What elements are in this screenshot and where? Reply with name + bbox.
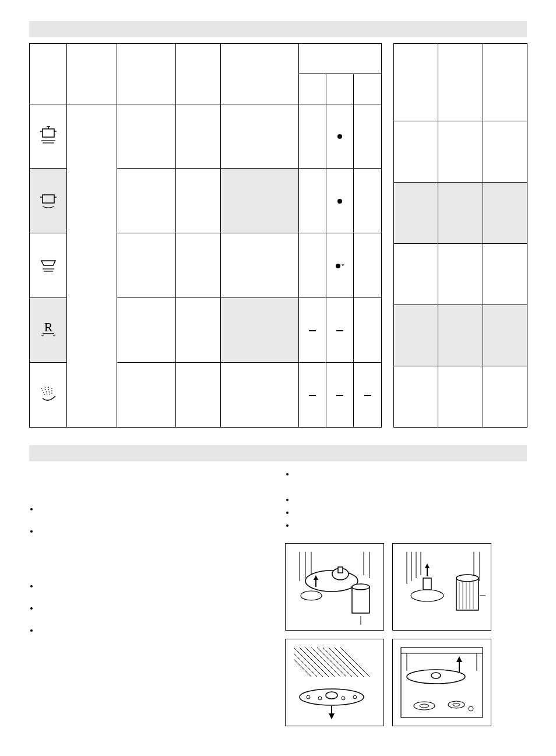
- list-item: [38, 527, 271, 535]
- row4-d2: [326, 298, 354, 363]
- hdr-det: [298, 44, 381, 74]
- side-r3c: [483, 244, 527, 305]
- row3-c4: [221, 233, 298, 298]
- svg-rect-25: [338, 567, 343, 573]
- pot-normal-icon: [37, 188, 60, 211]
- consumption-table: [393, 43, 527, 428]
- svg-rect-29: [352, 587, 370, 613]
- row5-d1: [298, 363, 326, 428]
- row4-d3: [354, 298, 382, 363]
- svg-rect-42: [456, 578, 478, 610]
- left-bullet-list: [29, 505, 271, 634]
- side-r1a: [394, 121, 438, 183]
- row2-c2: [117, 169, 175, 233]
- row2-c4: [221, 169, 298, 233]
- row4-d1: [298, 298, 326, 363]
- side-r2b: [438, 183, 483, 244]
- svg-point-23: [305, 570, 358, 592]
- svg-line-16: [48, 387, 50, 395]
- row4-c4: [221, 298, 298, 363]
- row-icon: [30, 233, 67, 298]
- row-icon: R: [30, 298, 67, 363]
- row4-c2: [117, 298, 175, 363]
- spray-icon: [37, 382, 60, 405]
- row5-c3: [175, 363, 220, 428]
- section-title-bar-1: [29, 21, 527, 37]
- row1-c4: [221, 104, 298, 169]
- hdr-c3: [175, 44, 220, 104]
- right-bullet-list: [285, 470, 527, 529]
- row-icon: [30, 363, 67, 428]
- list-item: [294, 521, 527, 529]
- row1-d3: [354, 104, 382, 169]
- row-icon: [30, 169, 67, 233]
- svg-point-26: [301, 591, 322, 600]
- row2-c3: [175, 169, 220, 233]
- row5-c4: [221, 363, 298, 428]
- side-r2c: [483, 183, 527, 244]
- svg-line-52: [305, 648, 335, 677]
- sub-d1: [298, 74, 326, 104]
- side-r5c: [483, 366, 527, 428]
- svg-point-38: [411, 590, 444, 601]
- side-r4a: [394, 305, 438, 366]
- list-item: [38, 582, 271, 590]
- svg-point-74: [431, 673, 441, 678]
- svg-point-81: [469, 706, 473, 711]
- plates-icon: [37, 253, 60, 276]
- svg-rect-39: [423, 578, 431, 590]
- row3-d1: [298, 233, 326, 298]
- side-r5a: [394, 366, 438, 428]
- row3-c2: [117, 233, 175, 298]
- row-icon: [30, 104, 67, 169]
- side-r1b: [438, 121, 483, 183]
- row5-d3: [354, 363, 382, 428]
- svg-rect-0: [43, 129, 54, 137]
- svg-point-78: [420, 704, 429, 708]
- list-item: [38, 604, 271, 612]
- row3-d2: *: [326, 233, 354, 298]
- side-r5b: [438, 366, 483, 428]
- svg-line-50: [294, 648, 323, 677]
- svg-line-59: [294, 653, 317, 677]
- hdr-c2: [117, 44, 175, 104]
- row1-d1: [298, 104, 326, 169]
- figure-filter-1: [285, 543, 384, 631]
- svg-line-55: [323, 648, 352, 677]
- side-r4c: [483, 305, 527, 366]
- program-table: * R: [29, 43, 382, 428]
- row3-d3: [354, 233, 382, 298]
- row1-c2: [117, 104, 175, 169]
- right-column: [285, 467, 527, 726]
- svg-marker-76: [456, 656, 462, 662]
- section-title-bar-2: [29, 445, 527, 461]
- svg-rect-7: [43, 195, 54, 203]
- svg-line-58: [340, 648, 370, 677]
- row1-c3: [175, 104, 220, 169]
- list-item: [294, 470, 527, 478]
- side-h3: [483, 44, 527, 121]
- rinse-r-icon: R: [37, 317, 60, 341]
- row2-d3: [354, 169, 382, 233]
- svg-line-57: [335, 648, 364, 677]
- svg-line-54: [317, 648, 346, 677]
- row2-d2: [326, 169, 354, 233]
- svg-line-56: [329, 648, 358, 677]
- figure-spray-arm-lower: [392, 639, 491, 726]
- list-item: [38, 505, 271, 513]
- svg-point-77: [414, 702, 435, 710]
- row1-c1: [67, 104, 117, 428]
- svg-line-14: [41, 388, 45, 395]
- svg-text:R: R: [44, 320, 52, 334]
- list-item: [38, 626, 271, 634]
- row5-d2: [326, 363, 354, 428]
- left-column: [29, 467, 271, 726]
- sub-d2: [326, 74, 354, 104]
- row2-d1: [298, 169, 326, 233]
- svg-point-80: [453, 704, 460, 706]
- hdr-c1: [67, 44, 117, 104]
- figure-filter-2: [392, 543, 491, 631]
- list-item: [294, 495, 527, 503]
- svg-line-15: [45, 387, 47, 395]
- svg-point-62: [326, 692, 337, 699]
